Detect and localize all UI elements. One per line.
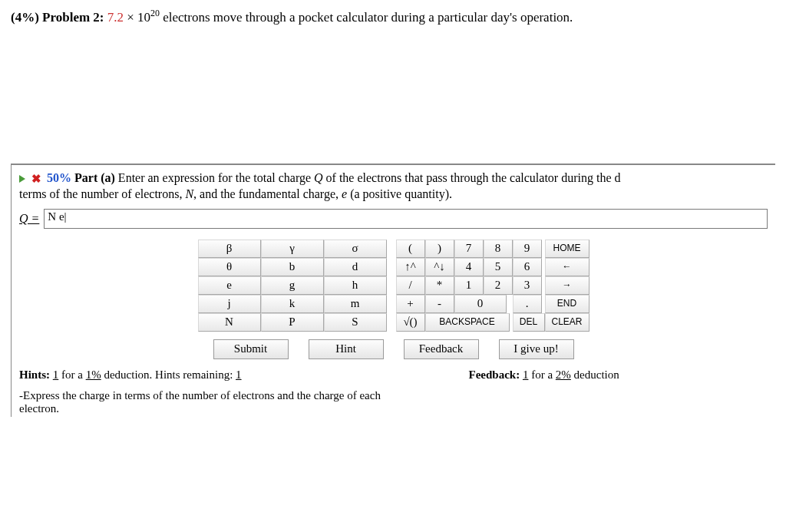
part-a-box: ✖ 50% Part (a) Enter an expression for t…: [11, 164, 775, 417]
key-sigma[interactable]: σ: [324, 240, 387, 258]
numeric-keys: ( ) 7 8 9 HOME ↑^ ^↓ 4 5 6 ← / *: [396, 240, 590, 332]
feedback-label: Feedback:: [469, 368, 520, 381]
symbol-keys: β γ σ θ b d e g h j k m: [198, 240, 387, 332]
key-0[interactable]: 0: [454, 295, 507, 313]
key-3[interactable]: 3: [513, 276, 542, 295]
answer-row: Q = N e|: [19, 209, 768, 229]
part-a-line1: ✖ 50% Part (a) Enter an expression for t…: [19, 171, 768, 186]
hints-label: Hints:: [19, 368, 50, 381]
key-7[interactable]: 7: [454, 240, 484, 258]
hint-text: -Express the charge in terms of the numb…: [19, 389, 418, 415]
n-symbol: N: [185, 187, 193, 200]
key-up[interactable]: ↑^: [396, 258, 425, 276]
giveup-button[interactable]: I give up!: [499, 339, 574, 359]
part-line2b: , and the fundamental charge,: [193, 187, 342, 200]
answer-lhs: Q =: [19, 212, 39, 226]
feedback-info: Feedback: 1 for a 2% deduction: [469, 368, 768, 382]
key-1[interactable]: 1: [454, 276, 484, 295]
problem-number: Problem 2:: [42, 10, 104, 25]
key-h[interactable]: h: [324, 276, 387, 295]
key-down[interactable]: ^↓: [425, 258, 454, 276]
key-j[interactable]: j: [198, 295, 261, 313]
key-5[interactable]: 5: [484, 258, 513, 276]
part-line2a: terms of the number of electrons,: [19, 187, 185, 200]
key-right-arrow[interactable]: →: [545, 276, 590, 295]
key-lparen[interactable]: (: [396, 240, 425, 258]
part-percent: 50%: [47, 171, 71, 184]
problem-header: (4%) Problem 2: 7.2 × 1020 electrons mov…: [11, 8, 775, 25]
key-sqrt[interactable]: √(): [396, 313, 425, 332]
key-6[interactable]: 6: [513, 258, 542, 276]
key-star[interactable]: *: [425, 276, 454, 295]
key-2[interactable]: 2: [484, 276, 513, 295]
keypad: β γ σ θ b d e g h j k m: [19, 240, 768, 332]
key-minus[interactable]: -: [425, 295, 454, 313]
key-e[interactable]: e: [198, 276, 261, 295]
key-upper-p[interactable]: P: [261, 313, 324, 332]
action-row: Submit Hint Feedback I give up!: [19, 339, 768, 359]
key-del[interactable]: DEL: [513, 313, 545, 332]
part-text2: of the electrons that pass through the c…: [323, 171, 621, 184]
problem-value: 7.2: [107, 10, 124, 25]
key-8[interactable]: 8: [484, 240, 513, 258]
key-dot[interactable]: .: [513, 295, 542, 313]
key-gamma[interactable]: γ: [261, 240, 324, 258]
key-b[interactable]: b: [261, 258, 324, 276]
feedback-button[interactable]: Feedback: [404, 339, 479, 359]
exponent: 20: [150, 8, 160, 18]
key-plus[interactable]: +: [396, 295, 425, 313]
submit-button[interactable]: Submit: [213, 339, 289, 359]
feedback-pct: 2%: [556, 368, 571, 381]
key-rparen[interactable]: ): [425, 240, 454, 258]
hint-button[interactable]: Hint: [309, 339, 384, 359]
hints-pct: 1%: [86, 368, 101, 381]
hints-info: Hints: 1 for a 1% deduction. Hints remai…: [19, 368, 469, 382]
key-k[interactable]: k: [261, 295, 324, 313]
key-left-arrow[interactable]: ←: [545, 258, 590, 276]
key-backspace[interactable]: BACKSPACE: [425, 313, 510, 332]
key-slash[interactable]: /: [396, 276, 425, 295]
key-upper-s[interactable]: S: [324, 313, 387, 332]
problem-weight: (4%): [11, 10, 39, 25]
problem-rest: electrons move through a pocket calculat…: [160, 10, 573, 25]
key-d[interactable]: d: [324, 258, 387, 276]
key-upper-n[interactable]: N: [198, 313, 261, 332]
key-m[interactable]: m: [324, 295, 387, 313]
part-label: Part (a): [74, 171, 115, 184]
hints-remaining: 1: [236, 368, 242, 381]
key-clear[interactable]: CLEAR: [545, 313, 590, 332]
part-a-line2: terms of the number of electrons, N, and…: [19, 187, 768, 201]
key-4[interactable]: 4: [454, 258, 484, 276]
hints-feedback-row: Hints: 1 for a 1% deduction. Hints remai…: [19, 368, 768, 382]
key-home[interactable]: HOME: [545, 240, 590, 258]
key-g[interactable]: g: [261, 276, 324, 295]
key-9[interactable]: 9: [513, 240, 542, 258]
key-theta[interactable]: θ: [198, 258, 261, 276]
key-end[interactable]: END: [545, 295, 590, 313]
x-icon: ✖: [31, 173, 41, 185]
play-icon: [19, 175, 25, 183]
part-text1: Enter an expression for the total charge: [115, 171, 314, 184]
answer-input[interactable]: N e|: [44, 209, 768, 229]
times-ten: × 10: [124, 10, 150, 25]
part-line2c: (a positive quantity).: [347, 187, 452, 200]
q-symbol: Q: [314, 171, 323, 184]
key-beta[interactable]: β: [198, 240, 261, 258]
